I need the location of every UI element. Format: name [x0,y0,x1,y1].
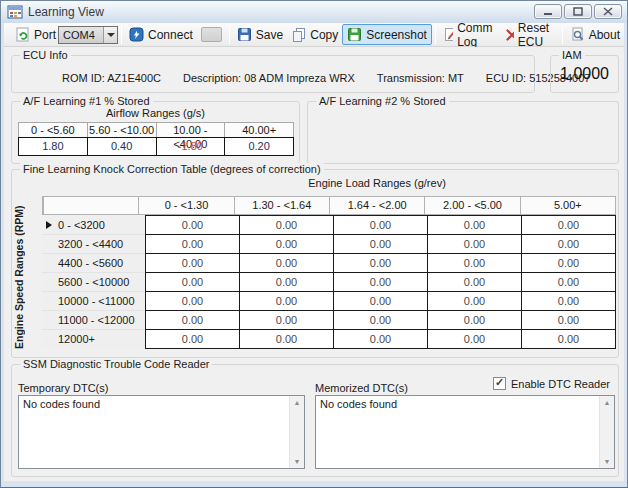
knock-row-label: 5600 - <10000 [58,276,129,288]
knock-cell: 0.00 [240,330,333,348]
dtc-reader-group: SSM Diagnostic Trouble Code Reader ✓ Ena… [11,364,619,477]
iam-value: 1.0000 [551,65,618,83]
af-learning-2-title: A/F Learning #2 % Stored [316,95,449,107]
knock-cell: 0.00 [428,330,521,348]
knock-cell: 0.00 [428,254,521,272]
knock-cell: 0.00 [428,235,521,253]
engine-speed-axis-label: Engine Speed Ranges (RPM) [13,215,28,349]
maximize-icon [573,7,583,16]
knock-row-header: 11000 - <12000 [42,311,145,330]
comm-log-label: Comm Log [457,21,497,49]
connect-label: Connect [148,28,193,42]
af-learning-1-group: A/F Learning #1 % Stored Airflow Ranges … [11,101,300,164]
toolbar-separator [229,26,230,44]
comm-log-icon [443,27,453,42]
knock-cell: 0.00 [146,235,239,253]
knock-row-label: 11000 - <12000 [58,314,135,326]
knock-cell: 0.00 [522,292,615,310]
knock-row-label: 0 - <3200 [58,219,105,231]
enable-dtc-label: Enable DTC Reader [511,378,610,390]
memorized-dtc-textarea[interactable]: No codes found ▲ ▼ [315,395,615,469]
port-select[interactable]: COM4 [58,26,118,44]
connect-button[interactable]: Connect [125,25,197,44]
ecu-info-group: ECU Info ROM ID: AZ1E400C Description: 0… [11,55,535,93]
knock-cell: 0.00 [334,216,427,234]
af1-value-cell: 0.20 [224,138,293,155]
scrollbar[interactable]: ▲ ▼ [599,396,614,468]
toolbar-separator [121,26,122,44]
af-learning-1-title: A/F Learning #1 % Stored [20,95,153,107]
temporary-dtc-textarea[interactable]: No codes found ▲ ▼ [18,395,305,469]
af-learning-2-group: A/F Learning #2 % Stored [307,101,619,164]
port-select-dropdown-button[interactable] [103,27,117,43]
knock-cell: 0.00 [146,254,239,272]
knock-cell: 0.00 [240,216,333,234]
knock-row-headers: 0 - <32003200 - <44004400 - <56005600 - … [42,216,145,348]
window-title: Learning View [28,5,104,19]
about-label: About [589,28,620,42]
knock-row-header: 12000+ [42,330,145,348]
chevron-down-icon [107,33,115,37]
knock-cell: 0.00 [240,235,333,253]
knock-cell: 0.00 [334,254,427,272]
port-select-value: COM4 [59,27,103,43]
save-icon [237,27,252,42]
copy-icon [291,27,306,42]
knock-row-label: 3200 - <4400 [58,238,123,250]
knock-cell: 0.00 [240,311,333,329]
knock-cell: 0.00 [240,254,333,272]
minimize-button[interactable] [534,4,562,19]
knock-header-row: 0 - <1.301.30 - <1.641.64 - <2.002.00 - … [42,196,616,215]
status-field [201,27,222,42]
maximize-button[interactable] [564,4,592,19]
knock-cell: 0.00 [334,311,427,329]
knock-cell: 0.00 [428,292,521,310]
knock-cell: 0.00 [428,311,521,329]
about-icon [570,27,585,42]
port-label: Port [34,28,56,42]
scroll-up-icon[interactable]: ▲ [290,399,304,406]
toolbar-separator [435,26,436,44]
scroll-down-icon[interactable]: ▼ [600,458,614,465]
screenshot-button[interactable]: Screenshot [342,24,432,45]
knock-cell: 0.00 [146,273,239,291]
af1-value-row: 1.800.40-1.800.20 [18,137,294,156]
port-refresh-icon[interactable] [15,27,31,43]
enable-dtc-checkbox[interactable]: ✓ [493,377,506,390]
knock-column-header: 2.00 - <5.00 [424,197,519,214]
airflow-ranges-axis-label: Airflow Ranges (g/s) [12,107,299,119]
copy-label: Copy [310,28,338,42]
knock-grid: 0.000.000.000.000.000.000.000.000.000.00… [145,215,616,349]
scroll-down-icon[interactable]: ▼ [290,458,304,465]
about-button[interactable]: About [566,25,624,44]
af-learning-1-table: 0 - <5.605.60 - <10.0010.00 - <40.0040.0… [18,122,294,156]
memorized-dtc-text: No codes found [320,398,397,410]
knock-cell: 0.00 [334,235,427,253]
knock-cell: 0.00 [522,235,615,253]
description-value: Description: 08 ADM Impreza WRX [183,72,355,84]
af1-column-header: 10.00 - <40.00 [156,123,225,137]
knock-column-header: 1.30 - <1.64 [234,197,329,214]
af1-value-cell: 1.80 [19,138,87,155]
minimize-icon [543,7,553,16]
scrollbar[interactable]: ▲ ▼ [289,396,304,468]
close-button[interactable] [594,4,622,19]
reset-ecu-button[interactable]: Reset ECU [501,19,558,51]
copy-button[interactable]: Copy [287,25,342,44]
knock-column-header: 0 - <1.30 [138,197,233,214]
knock-row-header: 5600 - <10000 [42,273,145,292]
knock-row-header: 0 - <3200 [42,216,145,235]
save-label: Save [256,28,283,42]
transmission-value: Transmission: MT [377,72,464,84]
knock-corner-cell [43,197,138,214]
knock-row-header: 4400 - <5600 [42,254,145,273]
memorized-dtc-label: Memorized DTC(s) [315,382,408,394]
knock-row-label: 4400 - <5600 [58,257,123,269]
comm-log-button[interactable]: Comm Log [439,19,501,51]
scroll-up-icon[interactable]: ▲ [600,399,614,406]
content-area: ECU Info ROM ID: AZ1E400C Description: 0… [4,47,624,481]
save-button[interactable]: Save [233,25,287,44]
af1-column-header: 40.00+ [224,123,293,137]
knock-row-header: 3200 - <4400 [42,235,145,254]
af1-value-cell: 0.40 [87,138,156,155]
